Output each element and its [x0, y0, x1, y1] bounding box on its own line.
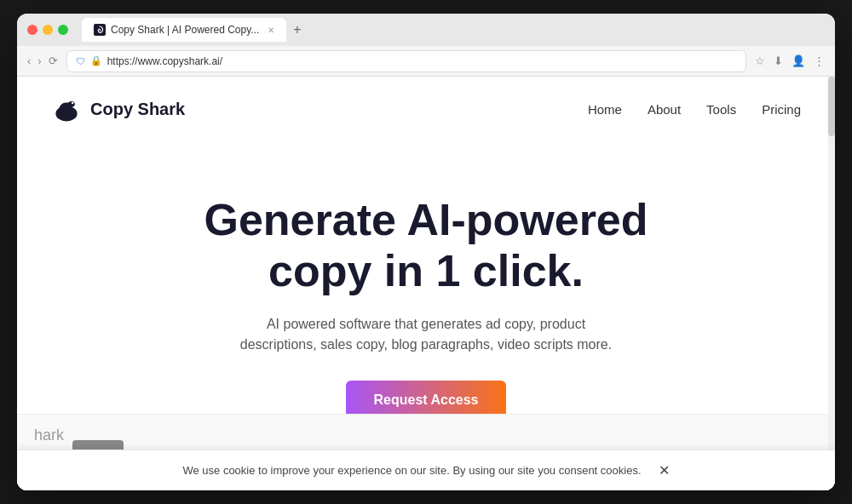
close-window-button[interactable]	[27, 25, 37, 35]
nav-links: Home About Tools Pricing	[588, 102, 801, 117]
new-tab-button[interactable]: +	[290, 22, 304, 37]
cookie-close-button[interactable]: ✕	[659, 462, 670, 478]
address-bar: ‹ › ⟳ 🛡 🔒 https://www.copyshark.ai/ ☆ ⬇ …	[17, 46, 835, 77]
traffic-lights	[27, 25, 68, 35]
bookmark-icon[interactable]: ☆	[755, 54, 765, 67]
svg-point-2	[72, 101, 74, 104]
account-icon[interactable]: 👤	[792, 54, 805, 67]
website-content: Copy Shark Home About Tools Pricing Gene…	[17, 77, 835, 490]
nav-tools[interactable]: Tools	[706, 102, 736, 117]
nav-buttons: ‹ › ⟳	[27, 54, 58, 67]
download-icon[interactable]: ⬇	[774, 54, 783, 67]
glimpse-text: hark	[34, 423, 64, 444]
tab-bar: Copy Shark | AI Powered Copy... ✕ +	[82, 18, 305, 42]
hero-subtitle: AI powered software that generates ad co…	[239, 314, 613, 355]
back-button[interactable]: ‹	[27, 54, 31, 67]
tab-close-button[interactable]: ✕	[268, 26, 274, 35]
logo-text: Copy Shark	[90, 100, 185, 119]
nav-about[interactable]: About	[648, 102, 681, 117]
address-input[interactable]: 🛡 🔒 https://www.copyshark.ai/	[66, 50, 746, 72]
forward-button[interactable]: ›	[37, 54, 41, 67]
tab-favicon	[94, 24, 106, 36]
refresh-button[interactable]: ⟳	[49, 54, 58, 67]
browser-window: Copy Shark | AI Powered Copy... ✕ + ‹ › …	[17, 14, 835, 490]
site-navbar: Copy Shark Home About Tools Pricing	[17, 77, 835, 141]
cookie-banner: We use cookie to improve your experience…	[17, 450, 835, 490]
tab-title: Copy Shark | AI Powered Copy...	[111, 24, 259, 36]
active-tab[interactable]: Copy Shark | AI Powered Copy... ✕	[82, 18, 286, 42]
nav-home[interactable]: Home	[588, 102, 622, 117]
logo-icon	[51, 94, 82, 124]
hero-title: Generate AI-powered copy in 1 click.	[187, 195, 665, 297]
lock-icon: 🔒	[90, 55, 102, 66]
toolbar-right: ☆ ⬇ 👤 ⋮	[755, 54, 825, 67]
logo-area[interactable]: Copy Shark	[51, 94, 185, 124]
minimize-window-button[interactable]	[43, 25, 53, 35]
scrollbar[interactable]	[828, 77, 835, 490]
title-bar: Copy Shark | AI Powered Copy... ✕ +	[17, 14, 835, 46]
url-text: https://www.copyshark.ai/	[107, 55, 222, 67]
nav-pricing[interactable]: Pricing	[762, 102, 801, 117]
menu-icon[interactable]: ⋮	[814, 54, 825, 67]
scrollbar-thumb[interactable]	[828, 77, 835, 136]
shield-icon: 🛡	[76, 56, 85, 66]
fullscreen-window-button[interactable]	[58, 25, 68, 35]
cookie-message: We use cookie to improve your experience…	[182, 464, 641, 477]
